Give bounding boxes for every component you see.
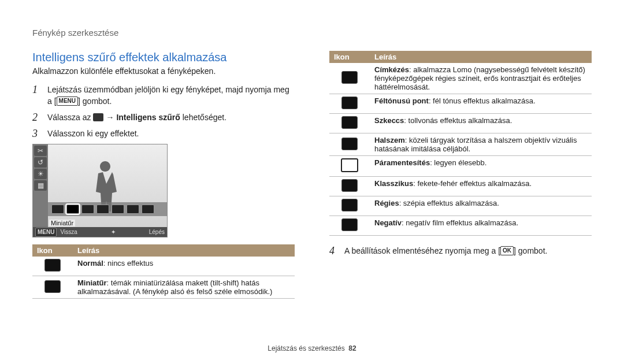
row-bold: Miniatűr	[77, 278, 107, 287]
step4-text-b: ] gombot.	[514, 246, 547, 255]
back-label: Vissza	[60, 229, 77, 235]
table-row: Klasszikus: fekete-fehér effektus alkalm…	[329, 177, 592, 196]
row-rest: : nincs effektus	[103, 259, 153, 268]
row-bold: Páramentesítés	[374, 158, 430, 167]
row-rest: : témák miniatürizálása makett (tilt-shi…	[77, 278, 272, 296]
step2-text-a: Válassza az	[47, 113, 93, 122]
arrow-icon: →	[106, 112, 114, 123]
selected-effect-label: Miniatűr	[49, 220, 75, 226]
defog-icon	[341, 158, 358, 172]
page-footer: Lejátszás és szerkesztés 82	[0, 344, 624, 352]
edit-icon	[93, 113, 103, 121]
retro-icon	[341, 199, 358, 211]
effect-thumb	[142, 205, 154, 214]
step2-text-c: lehetőséget.	[180, 113, 226, 122]
step-3: Válasszon ki egy effektet.	[32, 128, 295, 139]
row-bold: Címkézés	[374, 65, 409, 74]
table-row: Címkézés: alkalmazza Lomo (nagysebességű…	[329, 63, 592, 94]
effect-thumb	[127, 205, 139, 214]
miniature-icon	[44, 280, 61, 293]
classic-icon	[341, 179, 358, 192]
step1-text-b: ] gombot.	[78, 96, 112, 106]
effect-thumb-selected	[66, 205, 79, 214]
step-1: Lejátszás üzemmódban jelöljön ki egy fén…	[32, 84, 295, 107]
negative-icon	[341, 218, 358, 231]
table-row: Féltónusú pont: fél tónus effektus alkal…	[329, 94, 592, 114]
preview-bottom-bar: MENU Vissza ✦ Lépés	[33, 227, 167, 237]
menu-label: MENU	[35, 228, 57, 237]
table-header-icon: Ikon	[329, 51, 370, 63]
table-row: Negatív: negatív film effektus alkalmazá…	[329, 216, 592, 236]
row-bold: Halszem	[374, 136, 405, 144]
menu-button-glyph: MENU	[57, 96, 78, 106]
row-bold: Féltónusú pont	[374, 96, 429, 105]
step4-text-a: A beállítások elmentéséhez nyomja meg a …	[344, 246, 500, 255]
filter-icon: ▦	[34, 180, 47, 191]
sketch-icon	[341, 116, 358, 129]
step-label: Lépés	[149, 229, 165, 235]
effect-thumb	[81, 205, 94, 214]
normal-icon	[44, 259, 61, 272]
row-rest: : fekete-fehér effektus alkalmazása.	[413, 179, 532, 188]
row-rest: : legyen élesebb.	[430, 158, 486, 167]
step-4: A beállítások elmentéséhez nyomja meg a …	[329, 245, 592, 257]
right-icon-table: Ikon Leírás Címkézés: alkalmazza Lomo (n…	[329, 51, 592, 236]
page-header: Fénykép szerkesztése	[32, 28, 118, 38]
preview-side-icons: ✂ ↺ ☀ ▦	[33, 144, 48, 237]
row-bold: Normál	[77, 259, 103, 268]
page-number: 82	[348, 344, 356, 352]
row-bold: Régies	[374, 199, 399, 207]
row-rest: : fél tónus effektus alkalmazása.	[429, 96, 536, 105]
table-header-desc: Leírás	[73, 244, 295, 257]
section-title: Intelligens szűrő effektek alkalmazása	[32, 51, 295, 64]
adjust-icon: ☀	[34, 169, 47, 179]
table-row: Szkeccs: tollvonás effektus alkalmazása.	[329, 114, 592, 133]
step-2: Válassza az →Intelligens szűrő lehetőség…	[32, 112, 295, 123]
crop-icon: ✂	[34, 146, 47, 156]
fisheye-icon	[341, 138, 358, 150]
vignette-icon	[341, 71, 358, 84]
effect-thumb	[112, 205, 124, 214]
step2-bold: Intelligens szűrő	[116, 113, 180, 122]
effect-thumb	[96, 205, 109, 214]
effect-thumbnail-row	[48, 202, 167, 216]
halftone-icon	[341, 96, 358, 109]
row-rest: : közeli tárgyak torzítása a halszem obj…	[374, 136, 577, 153]
row-bold: Klasszikus	[374, 179, 413, 188]
ok-button-glyph: OK	[500, 246, 514, 255]
table-header-desc: Leírás	[370, 51, 592, 63]
left-column: Intelligens szűrő effektek alkalmazása A…	[32, 51, 295, 299]
row-rest: : tollvonás effektus alkalmazása.	[404, 116, 512, 125]
effect-thumb	[51, 205, 64, 214]
section-lead: Alkalmazzon különféle effektusokat a fén…	[32, 66, 295, 76]
table-header-icon: Ikon	[32, 244, 73, 257]
table-row: Régies: szépia effektus alkalmazása.	[329, 196, 592, 216]
right-column: Ikon Leírás Címkézés: alkalmazza Lomo (n…	[329, 51, 592, 299]
camera-preview: ✂ ↺ ☀ ▦ Miniatűr	[32, 144, 168, 237]
table-row: Páramentesítés: legyen élesebb.	[329, 156, 592, 177]
row-rest: : szépia effektus alkalmazása.	[399, 199, 499, 207]
row-bold: Szkeccs	[374, 116, 404, 125]
row-rest: : negatív film effektus alkalmazása.	[402, 218, 518, 227]
undo-icon: ↺	[34, 157, 47, 168]
table-row: Normál: nincs effektus	[32, 257, 295, 276]
left-icon-table: Ikon Leírás Normál: nincs effektus Minia…	[32, 244, 295, 299]
row-bold: Negatív	[374, 218, 402, 227]
footer-label: Lejátszás és szerkesztés	[268, 344, 344, 352]
table-row: Miniatűr: témák miniatürizálása makett (…	[32, 276, 295, 299]
table-row: Halszem: közeli tárgyak torzítása a hals…	[329, 133, 592, 156]
nav-icon: ✦	[81, 229, 146, 235]
